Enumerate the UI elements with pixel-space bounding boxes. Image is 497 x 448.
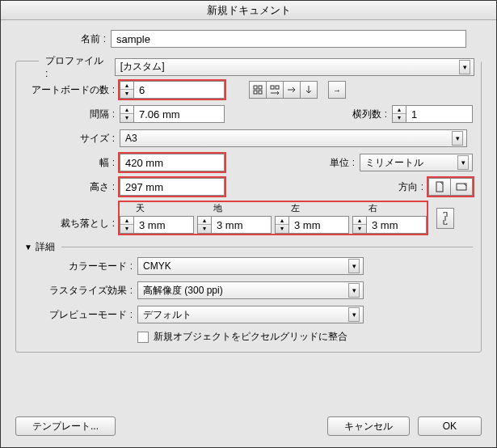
bleed-right-label: 右	[352, 202, 427, 214]
cols-input[interactable]	[406, 105, 473, 123]
svg-rect-1	[259, 86, 262, 89]
stepper-buttons-icon[interactable]: ▴▾	[120, 105, 134, 123]
dropdown-arrow-icon: ▾	[459, 60, 470, 74]
cols-label: 横列数 :	[352, 108, 392, 121]
orient-label: 方向 :	[398, 180, 428, 194]
grid-row-icon[interactable]	[249, 81, 267, 99]
bleed-bottom-input[interactable]	[212, 216, 272, 234]
grid-col-icon[interactable]	[266, 81, 284, 99]
cancel-button[interactable]: キャンセル	[327, 416, 410, 436]
stepper-buttons-icon[interactable]: ▴▾	[392, 105, 406, 123]
unit-select[interactable]: ミリメートル ▾	[360, 154, 473, 171]
dialog-window: 新規ドキュメント 名前 : プロファイル : [カスタム] ▾ アートボードの数…	[0, 0, 497, 448]
bleed-right-input[interactable]	[367, 216, 427, 234]
portrait-icon[interactable]	[428, 178, 451, 196]
colormode-select[interactable]: CMYK ▾	[137, 257, 364, 275]
stepper-buttons-icon[interactable]: ▴▾	[352, 216, 367, 234]
details-label: 詳細	[36, 240, 55, 254]
bleed-top-stepper[interactable]: ▴▾	[120, 216, 194, 234]
template-button[interactable]: テンプレート...	[15, 416, 116, 436]
bleed-left-input[interactable]	[289, 216, 349, 234]
svg-rect-4	[271, 86, 274, 89]
unit-value: ミリメートル	[365, 156, 423, 170]
row-right-icon[interactable]	[283, 81, 301, 99]
bleed-bottom-label: 地	[197, 202, 272, 214]
artboard-count-input[interactable]	[134, 81, 225, 99]
svg-rect-2	[254, 91, 257, 94]
dropdown-arrow-icon: ▾	[452, 131, 463, 146]
stepper-buttons-icon[interactable]: ▴▾	[275, 216, 289, 234]
orientation-group	[428, 178, 473, 196]
height-input[interactable]	[120, 178, 225, 196]
colormode-label: カラーモード :	[24, 260, 137, 273]
artboard-count-label: アートボードの数 :	[24, 83, 120, 97]
raster-label: ラスタライズ効果 :	[24, 284, 137, 298]
dropdown-arrow-icon: ▾	[348, 283, 360, 298]
link-bleed-icon[interactable]	[436, 208, 454, 229]
bleed-right-stepper[interactable]: ▴▾	[352, 216, 427, 234]
svg-rect-0	[254, 86, 257, 89]
preview-select[interactable]: デフォルト ▾	[137, 306, 364, 323]
stepper-buttons-icon[interactable]: ▴▾	[197, 216, 212, 234]
width-input[interactable]	[120, 154, 225, 171]
name-label: 名前 :	[15, 32, 111, 46]
bleed-left-label: 左	[275, 202, 349, 214]
row-down-icon[interactable]	[300, 81, 318, 99]
preview-label: プレビューモード :	[24, 308, 137, 322]
cols-stepper[interactable]: ▴▾	[392, 105, 473, 123]
artboard-count-stepper[interactable]: ▴▾	[120, 81, 225, 99]
size-label: サイズ :	[24, 132, 120, 146]
bleed-label: 裁ち落とし :	[24, 205, 120, 230]
spacing-input[interactable]	[134, 105, 225, 123]
dropdown-arrow-icon: ▾	[457, 155, 469, 170]
profile-select[interactable]: [カスタム] ▾	[115, 58, 474, 76]
unit-label: 単位 :	[330, 156, 360, 170]
disclosure-arrow-icon: ▼	[24, 243, 32, 251]
stepper-buttons-icon[interactable]: ▴▾	[120, 216, 134, 234]
raster-value: 高解像度 (300 ppi)	[143, 284, 223, 298]
profile-label: プロファイル :	[45, 54, 108, 79]
svg-rect-3	[259, 91, 262, 94]
profile-value: [カスタム]	[120, 60, 165, 74]
spacing-stepper[interactable]: ▴▾	[120, 105, 225, 123]
spacing-label: 間隔 :	[24, 108, 120, 121]
colormode-value: CMYK	[143, 260, 171, 272]
height-label: 高さ :	[24, 180, 120, 194]
bleed-left-stepper[interactable]: ▴▾	[275, 216, 349, 234]
bleed-top-label: 天	[120, 202, 194, 214]
profile-fieldset: プロファイル : [カスタム] ▾ アートボードの数 : ▴▾	[15, 61, 482, 353]
arrow-right-icon[interactable]: →	[328, 81, 346, 99]
name-input[interactable]	[111, 30, 466, 48]
ok-button[interactable]: OK	[418, 416, 482, 436]
details-disclosure[interactable]: ▼ 詳細	[24, 240, 473, 254]
dropdown-arrow-icon: ▾	[348, 259, 360, 273]
size-select[interactable]: A3 ▾	[120, 129, 467, 147]
pixel-grid-label: 新規オブジェクトをピクセルグリッドに整合	[154, 330, 347, 344]
svg-rect-5	[276, 86, 279, 89]
size-value: A3	[125, 133, 137, 144]
bleed-bottom-stepper[interactable]: ▴▾	[197, 216, 272, 234]
preview-value: デフォルト	[143, 308, 192, 322]
stepper-buttons-icon[interactable]: ▴▾	[120, 81, 134, 99]
bleed-top-input[interactable]	[134, 216, 194, 234]
width-label: 幅 :	[24, 156, 120, 170]
window-title: 新規ドキュメント	[1, 1, 496, 20]
separator	[61, 247, 473, 247]
raster-select[interactable]: 高解像度 (300 ppi) ▾	[137, 281, 364, 299]
artboard-grid-icons	[249, 81, 317, 99]
pixel-grid-checkbox[interactable]	[137, 332, 149, 343]
landscape-icon[interactable]	[450, 178, 473, 196]
dropdown-arrow-icon: ▾	[348, 307, 360, 322]
